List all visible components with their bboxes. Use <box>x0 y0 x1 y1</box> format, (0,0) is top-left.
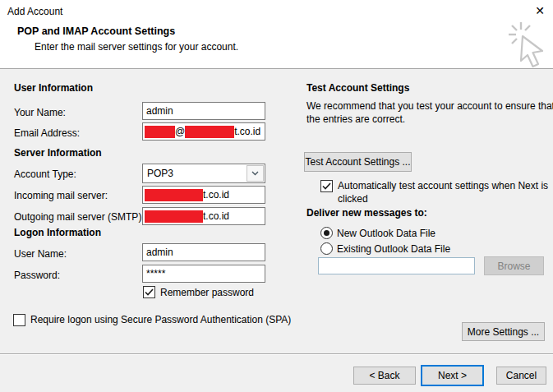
remember-password-label: Remember password <box>160 287 254 298</box>
auto-test-checkbox[interactable] <box>320 180 333 192</box>
email-domain-redaction-block <box>185 126 234 138</box>
password-label: Password: <box>14 270 60 281</box>
outgoing-visible-suffix: t.co.id <box>203 210 229 222</box>
chevron-down-icon[interactable] <box>247 165 264 182</box>
data-file-path-input[interactable] <box>318 257 475 274</box>
mouse-click-icon <box>507 21 551 71</box>
incoming-visible-suffix: t.co.id <box>203 189 229 201</box>
spa-label: Require logon using Secure Password Auth… <box>30 314 297 327</box>
deliver-new-messages-heading: Deliver new messages to: <box>306 207 427 219</box>
password-input[interactable] <box>142 265 265 283</box>
remember-password-checkbox[interactable] <box>143 286 155 298</box>
next-button[interactable]: Next > <box>421 365 484 386</box>
radio-new-outlook-data-file-label: New Outlook Data File <box>337 228 435 239</box>
outgoing-server-input[interactable]: t.co.id <box>142 207 265 225</box>
check-icon <box>322 182 331 190</box>
radio-existing-outlook-data-file-label: Existing Outlook Data File <box>337 243 450 255</box>
test-account-settings-description: We recommend that you test your account … <box>306 100 553 127</box>
test-account-settings-heading: Test Account Settings <box>306 82 409 94</box>
radio-existing-outlook-data-file[interactable] <box>320 242 333 255</box>
logon-user-name-label: User Name: <box>14 248 67 260</box>
outgoing-server-label: Outgoing mail server (SMTP): <box>14 211 145 223</box>
incoming-server-input[interactable]: t.co.id <box>142 186 265 204</box>
email-address-label: Email Address: <box>14 127 80 139</box>
logon-user-name-input[interactable] <box>142 243 265 261</box>
spa-checkbox[interactable] <box>13 314 25 326</box>
test-account-settings-button[interactable]: Test Account Settings ... <box>304 152 412 172</box>
back-button[interactable]: < Back <box>353 367 416 385</box>
dialog-body: User Information Your Name: Email Addres… <box>0 68 553 392</box>
more-settings-button[interactable]: More Settings ... <box>462 322 545 341</box>
incoming-server-label: Incoming mail server: <box>14 190 108 201</box>
cancel-button[interactable]: Cancel <box>496 367 546 385</box>
footer-divider <box>0 353 553 355</box>
email-visible-suffix: t.co.id <box>234 126 260 137</box>
logon-information-heading: Logon Information <box>14 227 101 238</box>
browse-button[interactable]: Browse <box>484 256 544 275</box>
email-at-sign: @ <box>175 126 185 137</box>
account-type-value: POP3 <box>143 168 246 179</box>
window-title: Add Account <box>7 6 62 17</box>
account-type-label: Account Type: <box>14 168 76 180</box>
outgoing-server-redaction-block <box>145 210 203 223</box>
radio-new-outlook-data-file[interactable] <box>320 227 333 239</box>
auto-test-label: Automatically test account settings when… <box>338 180 553 205</box>
email-redaction-block <box>145 126 175 138</box>
page-title: POP and IMAP Account Settings <box>17 25 175 37</box>
incoming-server-redaction-block <box>145 189 203 201</box>
close-icon[interactable]: ✕ <box>527 0 553 21</box>
user-information-heading: User Information <box>14 82 93 94</box>
check-icon <box>145 288 154 296</box>
page-subtitle: Enter the mail server settings for your … <box>35 41 238 53</box>
add-account-dialog: Add Account ✕ POP and IMAP Account Setti… <box>0 0 553 392</box>
account-type-dropdown[interactable]: POP3 <box>142 164 265 183</box>
your-name-input[interactable] <box>142 102 265 120</box>
radio-selected-dot <box>324 230 329 236</box>
your-name-label: Your Name: <box>14 107 66 118</box>
email-address-input[interactable]: @t.co.id <box>142 122 265 141</box>
server-information-heading: Server Information <box>14 147 102 159</box>
